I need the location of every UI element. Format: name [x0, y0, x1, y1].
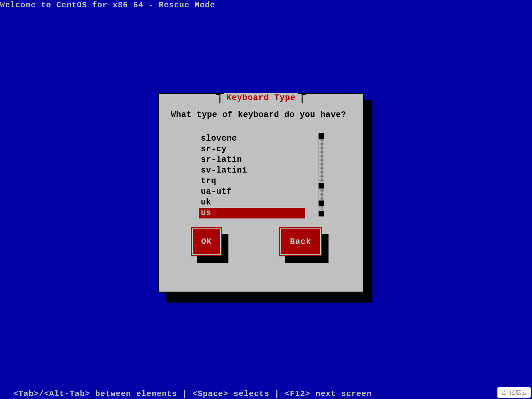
back-button-label: Back — [290, 237, 311, 247]
title-bracket-left — [216, 94, 220, 103]
dialog-title: Keyboard Type — [224, 93, 298, 103]
screen-title: Welcome to CentOS for x86_64 - Rescue Mo… — [0, 1, 215, 10]
dialog-prompt: What type of keyboard do you have? — [171, 110, 346, 120]
scroll-thumb[interactable] — [319, 183, 324, 189]
scroll-up-icon[interactable] — [319, 133, 324, 139]
scroll-track[interactable] — [319, 139, 324, 183]
scroll-track[interactable] — [319, 189, 324, 200]
list-item-selected[interactable]: us — [199, 208, 305, 218]
footer-help-text: <Tab>/<Alt-Tab> between elements | <Spac… — [13, 389, 372, 398]
list-item[interactable]: trq — [199, 176, 332, 187]
list-item[interactable]: ua-utf — [199, 187, 332, 197]
watermark-icon — [501, 390, 507, 395]
ok-button[interactable]: OK — [191, 227, 222, 256]
back-button[interactable]: Back — [279, 227, 322, 256]
list-item[interactable]: uk — [199, 197, 332, 208]
keyboard-type-dialog: Keyboard Type What type of keyboard do y… — [158, 93, 364, 293]
watermark-text: 亿速云 — [509, 388, 527, 396]
listbox-scrollbar[interactable] — [319, 133, 324, 216]
list-item[interactable]: sv-latin1 — [199, 165, 332, 176]
ok-button-label: OK — [201, 237, 212, 247]
scroll-thumb[interactable] — [319, 200, 324, 206]
keyboard-listbox[interactable]: slovene sr-cy sr-latin sv-latin1 trq ua-… — [199, 133, 332, 218]
title-bracket-right — [302, 94, 306, 103]
list-item[interactable]: sr-cy — [199, 144, 332, 155]
scroll-down-icon[interactable] — [319, 211, 324, 216]
scroll-track[interactable] — [319, 206, 324, 210]
watermark: 亿速云 — [497, 387, 531, 398]
list-item[interactable]: sr-latin — [199, 155, 332, 165]
dialog-title-bar: Keyboard Type — [159, 93, 363, 103]
list-item[interactable]: slovene — [199, 133, 332, 144]
